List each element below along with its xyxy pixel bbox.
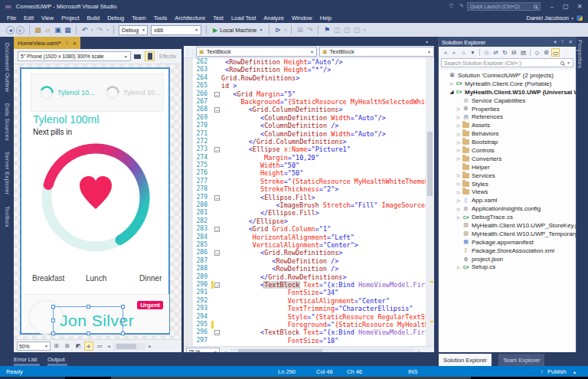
clear-bookmarks-icon[interactable]: ◫ bbox=[351, 25, 361, 34]
fold-margin[interactable]: – bbox=[214, 249, 221, 256]
code-editor[interactable]: 262<RowDefinition Height="Auto"/>263<Row… bbox=[184, 58, 434, 346]
properties-window-icon[interactable]: ⚙ bbox=[542, 48, 550, 57]
breadcrumb-element-select-right[interactable]: ▣ TextBlock ▼ bbox=[319, 47, 434, 57]
collapse-region-icon[interactable]: – bbox=[214, 283, 220, 288]
collapsed-arrow-icon[interactable]: ▷ bbox=[456, 156, 462, 161]
send-feedback-icon[interactable]: ✎ bbox=[459, 3, 464, 9]
document-tab[interactable]: HomeView.xaml* ⊤ ✕ bbox=[14, 37, 80, 49]
redo-icon[interactable]: ↷ bbox=[95, 25, 105, 34]
user-account[interactable]: Daniel Jacobson ▾ bbox=[527, 12, 583, 23]
collapsed-arrow-icon[interactable]: ▷ bbox=[449, 81, 455, 86]
code-line[interactable]: 262<RowDefinition Height="Auto"/> bbox=[184, 58, 434, 66]
publish-caret-icon[interactable]: ▲ bbox=[573, 370, 577, 374]
tree-item-bootstrap[interactable]: ▷Bootstrap bbox=[439, 138, 576, 146]
tree-item-service-capabilities[interactable]: ◎Service Capabilities bbox=[439, 96, 576, 105]
code-line[interactable]: 294Style="{StaticResource RegularTextSty… bbox=[184, 313, 434, 321]
editor-vertical-scrollbar[interactable] bbox=[426, 58, 434, 346]
collapsed-arrow-icon[interactable]: ▷ bbox=[456, 140, 462, 145]
show-all-files-icon[interactable]: ▤ bbox=[519, 48, 528, 57]
patient-card[interactable]: Jon Silver Urgent bbox=[24, 294, 169, 333]
menu-analyze[interactable]: Analyze bbox=[260, 15, 288, 21]
pin-icon[interactable]: ⊤ bbox=[65, 41, 69, 46]
fold-margin[interactable]: – bbox=[214, 90, 221, 98]
open-file-icon[interactable]: ▱ bbox=[43, 25, 53, 34]
collapsed-arrow-icon[interactable]: ▷ bbox=[456, 215, 462, 220]
fold-margin[interactable]: – bbox=[214, 145, 221, 153]
solution-explorer-search-input[interactable]: Search Solution Explorer (Ctrl+;) ▼ bbox=[441, 58, 573, 67]
collapse-region-icon[interactable]: – bbox=[214, 147, 220, 152]
code-line[interactable]: 276Height="50" bbox=[184, 169, 434, 177]
tree-item-views[interactable]: ▷Views bbox=[439, 188, 576, 196]
code-line[interactable]: 267Background="{StaticResource MyHealthS… bbox=[184, 98, 434, 106]
code-line[interactable]: 264Grid.RowDefinitions> bbox=[184, 74, 434, 82]
designer-horizontal-scrollbar[interactable] bbox=[113, 343, 145, 350]
code-line[interactable]: 283–<Grid Grid.Column="1" bbox=[184, 225, 434, 233]
collapsed-arrow-icon[interactable]: ▷ bbox=[456, 132, 462, 136]
close-button[interactable]: ✕ bbox=[574, 3, 585, 10]
code-line[interactable]: 278StrokeThickness="2"> bbox=[184, 185, 434, 193]
step-over-icon[interactable]: ↷ bbox=[305, 25, 315, 34]
tree-item-debugtrace-cs[interactable]: ▷C#DebugTrace.cs bbox=[439, 213, 576, 221]
solution-platforms-select[interactable]: x86▼ bbox=[151, 25, 201, 35]
collapsed-arrow-icon[interactable]: ▷ bbox=[456, 198, 462, 203]
collapse-region-icon[interactable]: – bbox=[214, 330, 220, 335]
fold-margin[interactable]: – bbox=[214, 328, 221, 336]
code-line[interactable]: 291FontSize="34" bbox=[184, 289, 434, 296]
tree-item-myhealth-client-w10-uwp-universal-windows[interactable]: ◢C#MyHealth.Client.W10.UWP (Universal Wi… bbox=[439, 88, 576, 96]
code-line[interactable]: 282</Ellipse> bbox=[184, 217, 434, 225]
code-line[interactable]: 273–<Ellipse x:Name="Picture1" bbox=[184, 145, 434, 153]
menu-window[interactable]: Window bbox=[288, 15, 316, 21]
phone-artboard[interactable]: Tylenol 10...Tylenol 10... Tylenol 100ml… bbox=[20, 67, 170, 335]
tree-item-helper[interactable]: Helper bbox=[439, 163, 576, 172]
collapsed-arrow-icon[interactable]: ▷ bbox=[456, 207, 462, 211]
solution-explorer-header[interactable]: Solution Explorer ▾ ⊤ ✕ bbox=[439, 38, 576, 47]
save-icon[interactable]: ▣ bbox=[53, 25, 63, 34]
attach-dropdown-caret[interactable]: ▾ bbox=[283, 25, 288, 34]
code-line[interactable]: 296–<TextBlock Text="{x:Bind HomeViewMod… bbox=[184, 328, 434, 336]
collapse-region-icon[interactable]: – bbox=[214, 227, 220, 232]
collapsed-arrow-icon[interactable]: ▷ bbox=[456, 123, 462, 128]
bottom-tab-output[interactable]: Output bbox=[47, 356, 65, 363]
tree-item-setup-cs[interactable]: ▷C#Setup.cs bbox=[439, 263, 576, 271]
navigate-backward-icon[interactable]: ◂ bbox=[6, 26, 15, 34]
forward-icon[interactable]: ▸ bbox=[450, 48, 459, 57]
undo-icon[interactable]: ↶ bbox=[80, 25, 90, 34]
collapse-pane-icon[interactable]: ▾ bbox=[426, 39, 428, 44]
collapse-all-icon[interactable]: ⊟ bbox=[510, 48, 518, 57]
collapse-region-icon[interactable]: – bbox=[214, 92, 220, 97]
tree-item-myhealth-client-core-portable[interactable]: ▷C#MyHealth.Client.Core (Portable) bbox=[439, 80, 576, 88]
zoom-fit-icon[interactable]: ▭ bbox=[95, 341, 104, 351]
start-debugging-button[interactable]: ▶Local Machine▼ bbox=[210, 25, 266, 35]
solution-configurations-select[interactable]: Debug▼ bbox=[119, 25, 148, 35]
snap-grid-icon[interactable]: ⊞ bbox=[63, 341, 72, 351]
designer-selection-adorner[interactable] bbox=[53, 306, 123, 334]
bookmark-icon[interactable]: ⚑ bbox=[322, 25, 332, 34]
fold-margin[interactable]: – bbox=[214, 194, 221, 201]
tool-tab-server-explorer[interactable]: Server Explorer bbox=[4, 152, 11, 195]
collapsed-arrow-icon[interactable]: ▷ bbox=[456, 181, 462, 186]
menu-test[interactable]: Test bbox=[209, 15, 227, 21]
portrait-orientation-button[interactable] bbox=[145, 51, 155, 61]
menu-view[interactable]: View bbox=[38, 15, 57, 21]
tree-item-services[interactable]: ▷Services bbox=[439, 172, 576, 180]
tree-item-behaviors[interactable]: ▷Behaviors bbox=[439, 129, 576, 138]
save-all-icon[interactable]: ▦ bbox=[63, 25, 73, 34]
home-icon[interactable]: ⌂ bbox=[459, 48, 468, 57]
preview-selected-items-icon[interactable]: ▭ bbox=[551, 48, 560, 57]
toggle-artboard-icon[interactable]: ◩ bbox=[74, 341, 83, 351]
code-line[interactable]: 272</Grid.ColumnDefinitions> bbox=[184, 138, 434, 145]
tree-item-controls[interactable]: ▷Controls bbox=[439, 146, 576, 155]
show-grid-icon[interactable]: ⊞ bbox=[52, 341, 61, 351]
code-line[interactable]: 281</Ellipse.Fill> bbox=[184, 209, 434, 217]
tool-tab-properties[interactable]: Properties bbox=[577, 40, 583, 68]
breadcrumb-element-select-left[interactable]: ▣ TextBlock ▼ bbox=[196, 47, 317, 57]
collapsed-arrow-icon[interactable]: ▷ bbox=[456, 265, 462, 270]
toolbar-overflow-caret[interactable]: ▾ bbox=[361, 25, 367, 34]
undo-dropdown-caret[interactable]: ▾ bbox=[90, 25, 95, 34]
tree-item-solution-connectuwp-2-projects[interactable]: ▣Solution 'ConnectUWP' (2 projects) bbox=[439, 71, 576, 80]
code-line[interactable]: 279–<Ellipse.Fill> bbox=[184, 194, 434, 201]
scroll-left-icon[interactable]: ◀ bbox=[106, 344, 112, 348]
fold-margin[interactable]: – bbox=[214, 225, 221, 233]
pin-icon[interactable]: ⊤ bbox=[560, 39, 565, 45]
landscape-orientation-button[interactable] bbox=[133, 51, 143, 61]
